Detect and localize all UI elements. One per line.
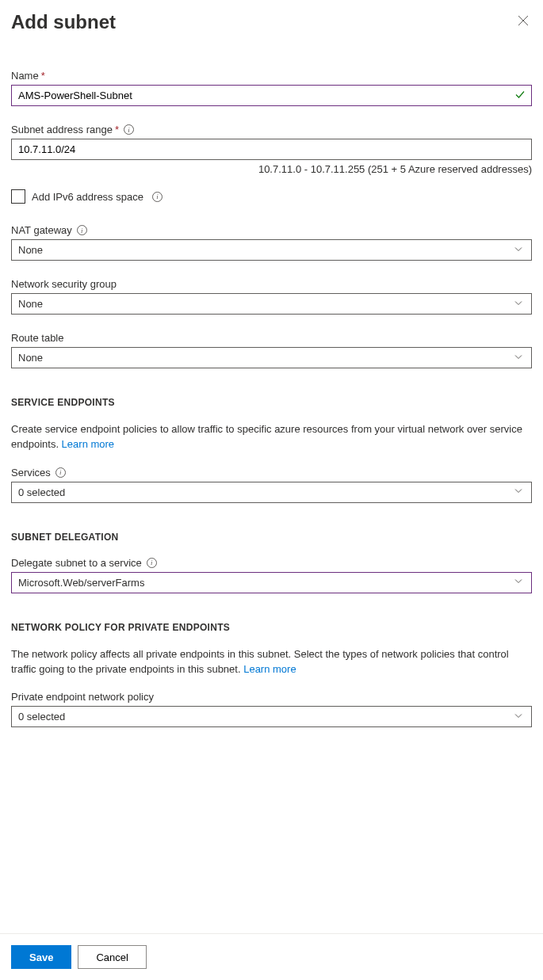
info-icon[interactable]: i xyxy=(55,467,66,478)
ipv6-label: Add IPv6 address space xyxy=(32,191,143,203)
address-range-label-text: Subnet address range xyxy=(11,124,113,135)
delegate-label: Delegate subnet to a service i xyxy=(11,557,532,569)
services-label: Services i xyxy=(11,467,532,479)
nsg-dropdown[interactable]: None xyxy=(11,293,532,315)
service-endpoints-header: SERVICE ENDPOINTS xyxy=(11,397,532,408)
subnet-delegation-header: SUBNET DELEGATION xyxy=(11,532,532,543)
private-endpoint-policy-label: Private endpoint network policy xyxy=(11,691,532,703)
delegate-label-text: Delegate subnet to a service xyxy=(11,557,142,569)
chevron-down-icon xyxy=(514,577,523,589)
info-icon[interactable]: i xyxy=(147,558,157,568)
nat-gateway-label-text: NAT gateway xyxy=(11,224,72,236)
address-range-hint: 10.7.11.0 - 10.7.11.255 (251 + 5 Azure r… xyxy=(11,163,532,175)
nat-gateway-value: None xyxy=(18,244,43,256)
name-input[interactable] xyxy=(11,85,532,106)
learn-more-link[interactable]: Learn more xyxy=(243,663,296,675)
chevron-down-icon xyxy=(514,244,523,256)
footer: Save Cancel xyxy=(0,933,543,980)
nsg-label-text: Network security group xyxy=(11,278,117,290)
cancel-button[interactable]: Cancel xyxy=(78,945,146,969)
services-label-text: Services xyxy=(11,467,51,479)
required-indicator: * xyxy=(41,70,45,82)
chevron-down-icon xyxy=(514,298,523,310)
services-value: 0 selected xyxy=(18,486,65,498)
page-title: Add subnet xyxy=(11,11,116,33)
info-icon[interactable]: i xyxy=(152,192,163,202)
nsg-label: Network security group xyxy=(11,278,532,290)
chevron-down-icon xyxy=(514,711,523,723)
close-icon xyxy=(518,15,529,26)
route-table-value: None xyxy=(18,352,43,364)
learn-more-link[interactable]: Learn more xyxy=(62,438,114,450)
nsg-value: None xyxy=(18,298,43,310)
private-endpoint-policy-dropdown[interactable]: 0 selected xyxy=(11,706,532,727)
save-button[interactable]: Save xyxy=(11,945,71,969)
delegate-value: Microsoft.Web/serverFarms xyxy=(18,577,144,589)
address-range-input[interactable] xyxy=(11,139,532,160)
network-policy-header: NETWORK POLICY FOR PRIVATE ENDPOINTS xyxy=(11,622,532,633)
route-table-label: Route table xyxy=(11,332,532,344)
chevron-down-icon xyxy=(514,486,523,498)
info-icon[interactable]: i xyxy=(77,225,87,235)
nat-gateway-label: NAT gateway i xyxy=(11,224,532,236)
close-button[interactable] xyxy=(514,12,532,32)
private-endpoint-policy-label-text: Private endpoint network policy xyxy=(11,691,154,703)
services-dropdown[interactable]: 0 selected xyxy=(11,482,532,503)
address-range-label: Subnet address range * i xyxy=(11,124,532,135)
route-table-dropdown[interactable]: None xyxy=(11,347,532,368)
service-endpoints-desc: Create service endpoint policies to allo… xyxy=(11,422,532,452)
required-indicator: * xyxy=(115,124,119,135)
private-endpoint-policy-value: 0 selected xyxy=(18,711,65,723)
panel-header: Add subnet xyxy=(11,11,532,33)
chevron-down-icon xyxy=(514,352,523,364)
network-policy-desc: The network policy affects all private e… xyxy=(11,647,532,677)
name-label: Name * xyxy=(11,70,532,82)
delegate-dropdown[interactable]: Microsoft.Web/serverFarms xyxy=(11,572,532,593)
route-table-label-text: Route table xyxy=(11,332,64,344)
info-icon[interactable]: i xyxy=(124,124,134,135)
nat-gateway-dropdown[interactable]: None xyxy=(11,239,532,261)
ipv6-checkbox[interactable] xyxy=(11,189,25,204)
name-label-text: Name xyxy=(11,70,39,82)
valid-check-icon xyxy=(514,89,526,102)
